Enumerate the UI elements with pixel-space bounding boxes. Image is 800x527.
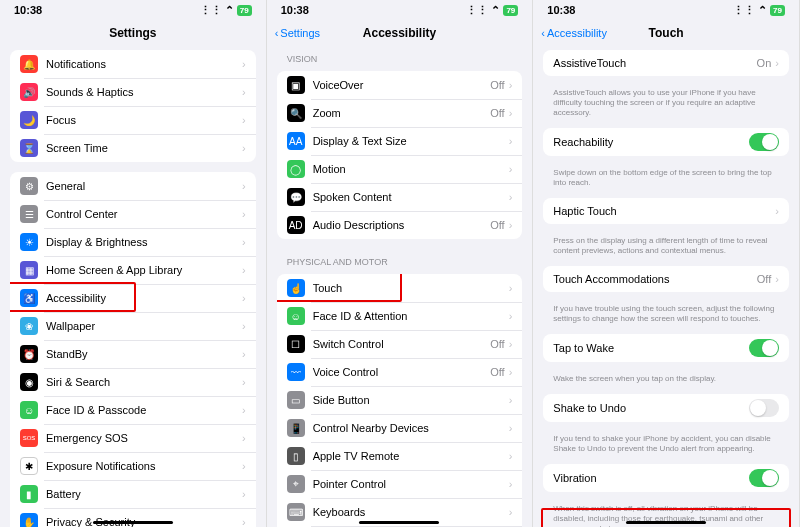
list-item[interactable]: ▯Apple TV Remote› (277, 442, 523, 470)
row-label: Battery (46, 488, 242, 500)
accessibility-icon: ♿ (20, 289, 38, 307)
speech-icon: 💬 (287, 188, 305, 206)
status-icons: ⋮⋮ ⌃ 79 (200, 4, 252, 17)
voiceover-icon: ▣ (287, 76, 305, 94)
home-indicator[interactable] (359, 521, 439, 524)
row-label: Side Button (313, 394, 509, 406)
list-item[interactable]: ☰Control Center› (10, 200, 256, 228)
list-item[interactable]: ☐Switch ControlOff› (277, 330, 523, 358)
sos-icon: SOS (20, 429, 38, 447)
chevron-right-icon: › (509, 506, 513, 518)
faceid-icon: ☺ (20, 401, 38, 419)
toggle-switch[interactable] (749, 339, 779, 357)
list-item[interactable]: 🔔Notifications› (10, 50, 256, 78)
list-item[interactable]: 〰Voice ControlOff› (277, 358, 523, 386)
row-label: Face ID & Passcode (46, 404, 242, 416)
row-label: Zoom (313, 107, 491, 119)
list-item[interactable]: Reachability (543, 128, 789, 156)
page-title: Accessibility (363, 26, 436, 40)
row-label: Spoken Content (313, 191, 509, 203)
content-scroll[interactable]: 🔔Notifications›🔊Sounds & Haptics›🌙Focus›… (0, 46, 266, 527)
row-label: General (46, 180, 242, 192)
row-label: Siri & Search (46, 376, 242, 388)
list-item[interactable]: Vibration (543, 464, 789, 492)
list-item[interactable]: Tap to Wake (543, 334, 789, 362)
row-detail: On (757, 57, 772, 69)
row-label: Display & Text Size (313, 135, 509, 147)
list-item[interactable]: 📱Control Nearby Devices› (277, 414, 523, 442)
list-item[interactable]: ☺Face ID & Attention› (277, 302, 523, 330)
list-item[interactable]: ▦Home Screen & App Library› (10, 256, 256, 284)
list-item[interactable]: ⌖Pointer Control› (277, 470, 523, 498)
chevron-right-icon: › (242, 404, 246, 416)
chevron-right-icon: › (242, 236, 246, 248)
chevron-right-icon: › (242, 460, 246, 472)
row-label: Keyboards (313, 506, 509, 518)
list-item[interactable]: Touch AccommodationsOff› (543, 266, 789, 292)
home-indicator[interactable] (626, 521, 706, 524)
list-item[interactable]: SOSEmergency SOS› (10, 424, 256, 452)
list-item[interactable]: 💬Spoken Content› (277, 183, 523, 211)
time: 10:38 (14, 4, 42, 16)
content-scroll[interactable]: AssistiveTouchOn›AssistiveTouch allows y… (533, 46, 799, 527)
section-header-vision: VISION (267, 46, 533, 67)
status-icons: ⋮⋮ ⌃ 79 (733, 4, 785, 17)
chevron-right-icon: › (775, 57, 779, 69)
list-item[interactable]: ◉Siri & Search› (10, 368, 256, 396)
chevron-right-icon: › (509, 450, 513, 462)
list-item[interactable]: 🔊Sounds & Haptics› (10, 78, 256, 106)
list-item[interactable]: ▮Battery› (10, 480, 256, 508)
remote-icon: 📱 (287, 419, 305, 437)
list-item[interactable]: AADisplay & Text Size› (277, 127, 523, 155)
list-item[interactable]: ADAudio DescriptionsOff› (277, 211, 523, 239)
row-label: Vibration (553, 472, 749, 484)
time: 10:38 (547, 4, 575, 16)
row-label: AssistiveTouch (553, 57, 756, 69)
back-button[interactable]: ‹ Accessibility (541, 20, 607, 46)
list-item[interactable]: ☀Display & Brightness› (10, 228, 256, 256)
list-item[interactable]: ⚙General› (10, 172, 256, 200)
chevron-right-icon: › (242, 348, 246, 360)
chevron-right-icon: › (242, 86, 246, 98)
list-item[interactable]: Haptic Touch› (543, 198, 789, 224)
standby-icon: ⏰ (20, 345, 38, 363)
list-item[interactable]: AssistiveTouchOn› (543, 50, 789, 76)
chevron-left-icon: ‹ (541, 27, 545, 39)
list-item[interactable]: ◯Motion› (277, 155, 523, 183)
row-label: Reachability (553, 136, 749, 148)
chevron-right-icon: › (509, 366, 513, 378)
back-button[interactable]: ‹ Settings (275, 20, 320, 46)
list-item[interactable]: ⏰StandBy› (10, 340, 256, 368)
list-item[interactable]: ✱Exposure Notifications› (10, 452, 256, 480)
chevron-right-icon: › (509, 422, 513, 434)
list-item[interactable]: ▣VoiceOverOff› (277, 71, 523, 99)
list-item[interactable]: ▭Side Button› (277, 386, 523, 414)
home-indicator[interactable] (93, 521, 173, 524)
audio-desc-icon: AD (287, 216, 305, 234)
row-label: StandBy (46, 348, 242, 360)
list-item[interactable]: ☝Touch› (277, 274, 523, 302)
row-label: Display & Brightness (46, 236, 242, 248)
row-detail: Off (490, 79, 504, 91)
toggle-switch[interactable] (749, 469, 779, 487)
toggle-switch[interactable] (749, 399, 779, 417)
content-scroll[interactable]: VISION ▣VoiceOverOff›🔍ZoomOff›AADisplay … (267, 46, 533, 527)
row-label: Apple TV Remote (313, 450, 509, 462)
row-detail: Off (757, 273, 771, 285)
list-item[interactable]: ☺Face ID & Passcode› (10, 396, 256, 424)
list-item[interactable]: ❀Wallpaper› (10, 312, 256, 340)
list-item[interactable]: ♿Accessibility› (10, 284, 256, 312)
pointer-icon: ⌖ (287, 475, 305, 493)
settings-screen: 10:38 ⋮⋮ ⌃ 79 Settings 🔔Notifications›🔊S… (0, 0, 267, 527)
list-item[interactable]: Shake to Undo (543, 394, 789, 422)
navbar: Settings (0, 20, 266, 46)
chevron-right-icon: › (242, 208, 246, 220)
toggle-switch[interactable] (749, 133, 779, 151)
list-item[interactable]: 🔍ZoomOff› (277, 99, 523, 127)
list-item[interactable]: ✋Privacy & Security› (10, 508, 256, 527)
battery-icon: ▮ (20, 485, 38, 503)
list-item[interactable]: 🌙Focus› (10, 106, 256, 134)
list-item[interactable]: ⌛Screen Time› (10, 134, 256, 162)
chevron-right-icon: › (242, 320, 246, 332)
row-detail: Off (490, 366, 504, 378)
